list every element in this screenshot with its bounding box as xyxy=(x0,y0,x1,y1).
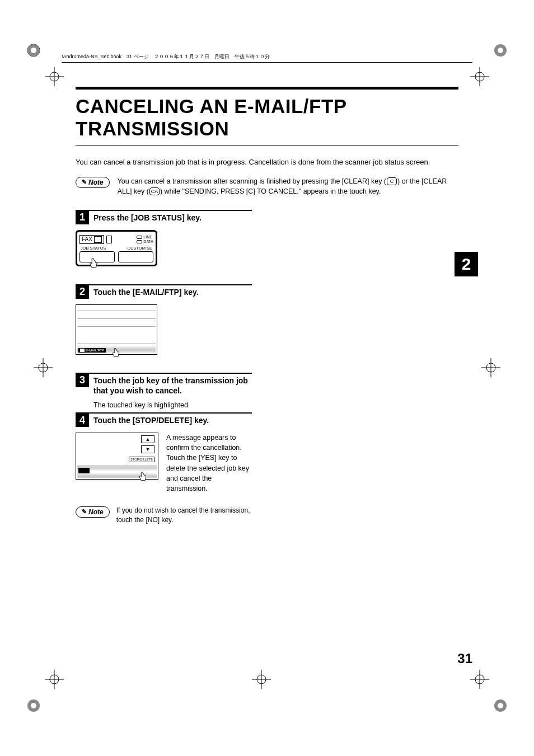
page-header-meta: !Andromeda-NS_Sec.book 31 ページ ２００６年１１月２７… xyxy=(62,53,472,63)
step-2-heading: 2 Touch the [E-MAIL/FTP] key. xyxy=(76,284,252,299)
crop-mark-tr xyxy=(489,39,512,62)
intro-text: You can cancel a transmission job that i… xyxy=(76,158,458,166)
step-badge-2: 2 xyxy=(76,285,89,299)
step-badge-1: 1 xyxy=(76,211,89,224)
registration-mark xyxy=(34,358,53,377)
registration-mark xyxy=(470,67,489,86)
pointer-hand-icon xyxy=(87,257,99,270)
crop-mark-bl xyxy=(22,694,45,717)
note-callout: ✎ Note You can cancel a transmission aft… xyxy=(76,176,458,196)
step-4-heading: 4 Touch the [STOP/DELETE] key. xyxy=(76,412,252,427)
fax-label-box: FAX xyxy=(79,235,104,244)
note-text-2: If you do not wish to cancel the transmi… xyxy=(116,506,252,525)
stop-delete-button: STOP/DELETE xyxy=(129,457,154,462)
led-icon xyxy=(137,236,142,239)
svg-point-4 xyxy=(498,48,503,53)
step-badge-3: 3 xyxy=(76,374,89,387)
step-2-title: Touch the [E-MAIL/FTP] key. xyxy=(93,285,199,297)
step-4-body: A message appears to confirm the cancell… xyxy=(166,433,252,494)
step-1-heading: 1 Press the [JOB STATUS] key. xyxy=(76,210,252,224)
email-icon xyxy=(80,349,85,352)
pencil-icon: ✎ xyxy=(82,179,87,186)
illustration-stop-delete: ▲ ▼ STOP/DELETE xyxy=(76,433,158,480)
pointer-hand-icon xyxy=(137,471,148,482)
page-title: CANCELING AN E-MAIL/FTP TRANSMISSION xyxy=(76,95,458,140)
step-3-heading: 3 Touch the job key of the transmission … xyxy=(76,373,252,396)
registration-mark xyxy=(45,67,64,86)
clear-all-key-icon: CA xyxy=(149,187,160,195)
up-arrow-button: ▲ xyxy=(141,435,154,443)
note-badge: ✎ Note xyxy=(76,506,110,518)
step-4-title: Touch the [STOP/DELETE] key. xyxy=(93,414,209,425)
panel-slot xyxy=(106,236,112,243)
step-badge-4: 4 xyxy=(76,414,89,427)
registration-mark xyxy=(45,670,64,689)
pencil-icon: ✎ xyxy=(82,508,87,515)
clear-key-icon: C xyxy=(387,177,397,185)
page-number: 31 xyxy=(457,651,472,666)
led-icon xyxy=(137,240,142,243)
illustration-control-panel: FAX LINE DATA JOB STATUS CUSTOM SE xyxy=(76,230,157,266)
crop-mark-br xyxy=(489,694,512,717)
tab-indicator xyxy=(78,468,90,473)
step-3-body: The touched key is highlighted. xyxy=(93,401,252,409)
job-status-label: JOB STATUS xyxy=(81,246,106,251)
svg-point-8 xyxy=(498,703,503,708)
svg-point-2 xyxy=(31,48,36,53)
custom-settings-label: CUSTOM SE xyxy=(128,246,152,251)
registration-mark xyxy=(252,670,271,689)
down-arrow-button: ▼ xyxy=(141,445,154,453)
illustration-touchscreen: E-MAIL/FTP xyxy=(76,304,157,355)
note-callout-2: ✎ Note If you do not wish to cancel the … xyxy=(76,506,252,525)
email-ftp-tab: E-MAIL/FTP xyxy=(78,348,106,353)
note-text: You can cancel a transmission after scan… xyxy=(118,176,458,196)
registration-mark xyxy=(481,358,500,377)
job-status-button xyxy=(79,251,115,262)
fax-icon xyxy=(94,236,102,243)
note-label: Note xyxy=(88,179,104,186)
svg-point-6 xyxy=(31,703,36,708)
pointer-hand-icon xyxy=(110,348,121,359)
registration-mark xyxy=(470,670,489,689)
section-tab-number: 2 xyxy=(455,252,478,276)
step-3-title: Touch the job key of the transmission jo… xyxy=(93,374,252,396)
custom-settings-button xyxy=(118,251,153,262)
step-1-title: Press the [JOB STATUS] key. xyxy=(93,211,202,223)
crop-mark-tl xyxy=(22,39,45,62)
note-label: Note xyxy=(88,508,104,516)
note-badge: ✎ Note xyxy=(76,177,110,188)
